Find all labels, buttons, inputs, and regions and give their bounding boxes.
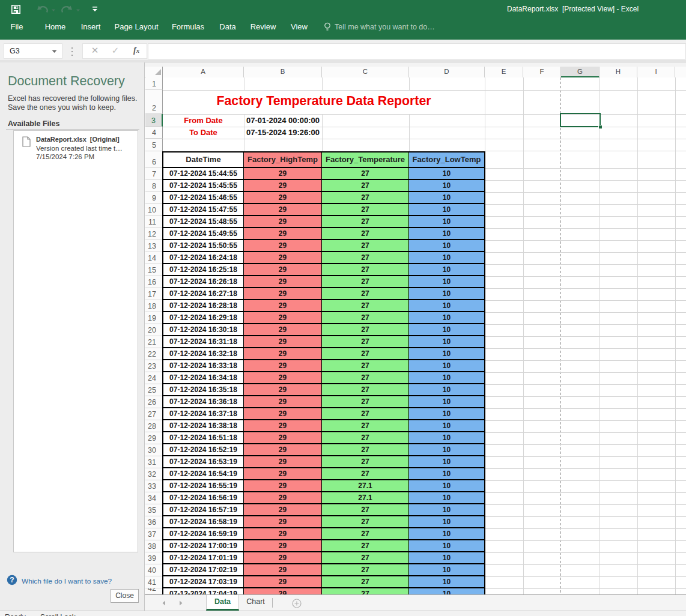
svg-text:?: ? [10, 576, 14, 584]
